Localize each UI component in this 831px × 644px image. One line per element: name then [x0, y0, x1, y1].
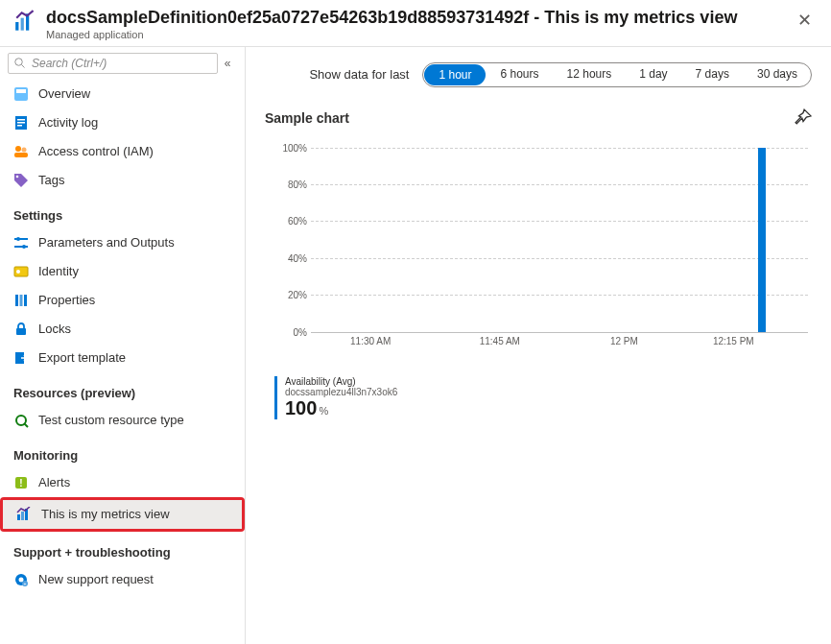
svg-rect-21	[15, 295, 18, 306]
svg-rect-30	[17, 514, 20, 520]
chart-plot[interactable]	[311, 148, 808, 332]
svg-point-17	[16, 237, 20, 241]
locks-icon	[13, 322, 29, 337]
sidebar-item-parameters-outputs[interactable]: Parameters and Outputs	[0, 228, 245, 257]
activity-log-icon	[13, 115, 29, 131]
sidebar-item-label: Test custom resource type	[38, 413, 184, 427]
search-icon	[14, 58, 26, 69]
sidebar-item-label: Parameters and Outputs	[38, 235, 175, 250]
svg-text:!: !	[19, 478, 22, 489]
access-control-icon	[13, 144, 29, 159]
sidebar: Search (Ctrl+/) « Overview Activity log …	[0, 47, 246, 644]
svg-rect-31	[21, 512, 24, 520]
svg-point-3	[15, 58, 23, 65]
svg-line-27	[24, 423, 28, 427]
page-subtitle: Managed application	[46, 29, 792, 40]
x-tick: 11:30 AM	[350, 336, 391, 346]
sidebar-item-label: Locks	[38, 322, 71, 336]
pin-button[interactable]	[795, 108, 812, 129]
svg-rect-9	[17, 122, 25, 124]
resource-icon	[13, 413, 29, 428]
svg-point-18	[22, 245, 26, 249]
support-icon: +	[13, 572, 29, 587]
x-tick: 11:45 AM	[480, 336, 520, 346]
legend-value: 100	[285, 397, 317, 418]
sidebar-section-support: Support + troubleshooting	[0, 532, 245, 565]
sidebar-item-new-support-request[interactable]: + New support request	[0, 565, 245, 594]
sidebar-item-label: Tags	[38, 173, 64, 187]
y-tick: 20%	[288, 290, 307, 300]
page-title: docsSampleDefinition0ef25a0727e54263b19d…	[46, 8, 792, 29]
timerange-option-1d[interactable]: 1 day	[625, 63, 680, 86]
y-tick: 100%	[282, 142, 307, 153]
sidebar-item-test-custom-resource[interactable]: Test custom resource type	[0, 406, 245, 435]
svg-point-20	[16, 270, 20, 274]
svg-rect-24	[16, 328, 26, 335]
sidebar-section-monitoring: Monitoring	[0, 435, 245, 468]
tags-icon	[13, 173, 29, 188]
close-button[interactable]: ✕	[792, 8, 818, 33]
y-tick: 0%	[294, 326, 307, 337]
sidebar-item-metrics-view[interactable]: This is my metrics view	[3, 500, 242, 529]
sidebar-item-locks[interactable]: Locks	[0, 315, 245, 344]
svg-line-4	[22, 64, 25, 67]
svg-rect-22	[20, 295, 23, 306]
identity-icon	[13, 264, 29, 279]
svg-rect-10	[17, 125, 22, 127]
sidebar-item-export-template[interactable]: Export template	[0, 344, 245, 372]
timerange-label: Show data for last	[309, 67, 409, 82]
timerange-option-1h[interactable]: 1 hour	[424, 64, 485, 85]
y-tick: 40%	[288, 252, 307, 263]
export-template-icon	[13, 350, 29, 366]
svg-point-11	[15, 146, 21, 152]
sidebar-item-activity-log[interactable]: Activity log	[0, 108, 245, 137]
sidebar-item-alerts[interactable]: ! Alerts	[0, 468, 245, 497]
legend-metric: Availability (Avg)	[285, 376, 397, 387]
sidebar-item-overview[interactable]: Overview	[0, 80, 245, 108]
svg-rect-13	[14, 153, 28, 157]
chart-legend[interactable]: Availability (Avg) docssamplezu4ll3n7x3o…	[274, 376, 812, 419]
sidebar-item-label: Export template	[38, 350, 126, 365]
collapse-sidebar-button[interactable]: «	[218, 57, 237, 70]
chart-area: 100% 80% 60% 40% 20% 0% 11:	[274, 148, 812, 359]
sidebar-item-label: This is my metrics view	[41, 507, 170, 521]
y-tick: 80%	[288, 179, 307, 189]
blade-header: docsSampleDefinition0ef25a0727e54263b19d…	[0, 0, 831, 47]
svg-point-12	[22, 147, 27, 152]
sidebar-section-resources: Resources (preview)	[0, 372, 245, 406]
svg-text:+: +	[24, 581, 27, 586]
chart-bar	[758, 148, 766, 332]
sidebar-section-settings: Settings	[0, 195, 245, 228]
sidebar-item-identity[interactable]: Identity	[0, 257, 245, 286]
x-tick: 12:15 PM	[713, 336, 754, 346]
svg-rect-0	[15, 22, 18, 31]
sidebar-item-properties[interactable]: Properties	[0, 286, 245, 315]
parameters-icon	[13, 235, 29, 250]
sidebar-item-tags[interactable]: Tags	[0, 166, 245, 195]
alerts-icon: !	[13, 475, 29, 490]
timerange-option-30d[interactable]: 30 days	[743, 63, 811, 86]
svg-rect-1	[21, 18, 24, 31]
sidebar-item-access-control[interactable]: Access control (IAM)	[0, 137, 245, 166]
timerange-option-12h[interactable]: 12 hours	[553, 63, 626, 86]
sidebar-item-label: Identity	[38, 264, 79, 278]
timerange-option-6h[interactable]: 6 hours	[487, 63, 553, 86]
sidebar-item-label: Alerts	[38, 475, 70, 489]
sidebar-item-label: Properties	[38, 293, 95, 307]
overview-icon	[13, 86, 29, 102]
svg-rect-6	[16, 89, 26, 93]
search-input[interactable]: Search (Ctrl+/)	[8, 53, 218, 74]
chart-title: Sample chart	[265, 110, 349, 126]
main-content: Show data for last 1 hour 6 hours 12 hou…	[246, 47, 831, 644]
properties-icon	[13, 293, 29, 308]
timerange-option-7d[interactable]: 7 days	[681, 63, 743, 86]
legend-resource: docssamplezu4ll3n7x3ok6	[285, 387, 397, 397]
svg-rect-8	[17, 119, 25, 121]
svg-point-14	[16, 175, 19, 178]
metrics-icon	[13, 10, 38, 35]
svg-rect-23	[24, 295, 27, 306]
sidebar-item-label: New support request	[38, 572, 154, 586]
pin-icon	[795, 108, 812, 126]
sidebar-item-label: Activity log	[38, 115, 98, 130]
x-tick: 12 PM	[610, 336, 638, 346]
